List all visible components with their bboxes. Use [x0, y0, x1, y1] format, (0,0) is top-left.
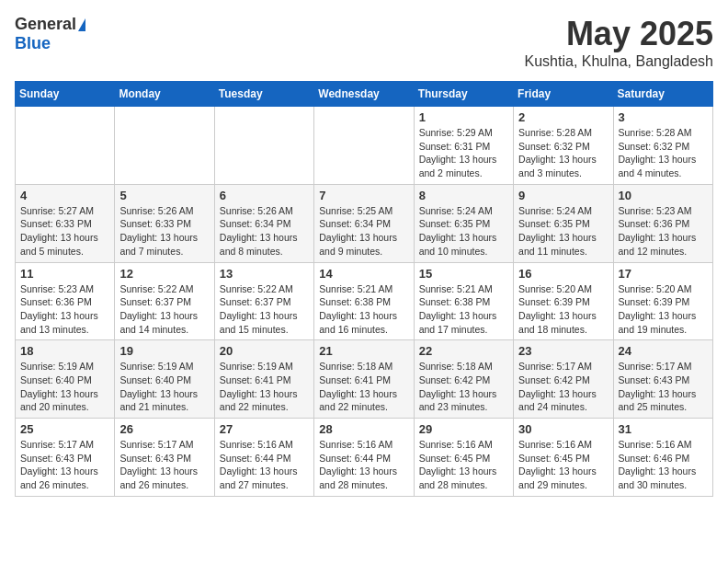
day-number: 24 [619, 344, 708, 358]
calendar-cell: 4Sunrise: 5:27 AMSunset: 6:33 PMDaylight… [16, 184, 115, 262]
day-number: 4 [20, 189, 109, 202]
calendar-cell: 3Sunrise: 5:28 AMSunset: 6:32 PMDaylight… [613, 107, 712, 185]
header-thursday: Thursday [414, 82, 513, 107]
calendar-cell: 12Sunrise: 5:22 AMSunset: 6:37 PMDayligh… [115, 262, 214, 340]
calendar-cell: 2Sunrise: 5:28 AMSunset: 6:32 PMDaylight… [514, 107, 613, 185]
day-info: Sunrise: 5:23 AMSunset: 6:36 PMDaylight:… [619, 204, 708, 259]
day-info: Sunrise: 5:17 AMSunset: 6:43 PMDaylight:… [119, 438, 209, 492]
day-number: 10 [619, 189, 708, 202]
day-number: 3 [619, 110, 708, 124]
day-info: Sunrise: 5:28 AMSunset: 6:32 PMDaylight:… [518, 126, 608, 180]
header-friday: Friday [514, 82, 613, 107]
calendar-cell [314, 107, 414, 185]
day-info: Sunrise: 5:16 AMSunset: 6:45 PMDaylight:… [518, 438, 608, 492]
calendar-cell: 20Sunrise: 5:19 AMSunset: 6:41 PMDayligh… [214, 340, 313, 419]
day-number: 16 [518, 267, 608, 281]
day-info: Sunrise: 5:27 AMSunset: 6:33 PMDaylight:… [20, 204, 109, 259]
day-info: Sunrise: 5:16 AMSunset: 6:44 PMDaylight:… [220, 438, 309, 492]
calendar-cell: 8Sunrise: 5:24 AMSunset: 6:35 PMDaylight… [414, 184, 513, 262]
calendar-cell: 21Sunrise: 5:18 AMSunset: 6:41 PMDayligh… [314, 340, 414, 419]
calendar-cell: 11Sunrise: 5:23 AMSunset: 6:36 PMDayligh… [16, 262, 115, 340]
calendar-cell: 15Sunrise: 5:21 AMSunset: 6:38 PMDayligh… [414, 262, 513, 340]
calendar-cell: 30Sunrise: 5:16 AMSunset: 6:45 PMDayligh… [514, 419, 613, 497]
calendar-cell: 28Sunrise: 5:16 AMSunset: 6:44 PMDayligh… [314, 419, 414, 497]
calendar-cell: 6Sunrise: 5:26 AMSunset: 6:34 PMDaylight… [214, 184, 313, 262]
day-number: 22 [419, 344, 508, 358]
day-info: Sunrise: 5:22 AMSunset: 6:37 PMDaylight:… [220, 282, 309, 337]
day-number: 9 [518, 189, 608, 202]
logo-general-text: General [15, 15, 76, 34]
logo: General Blue [15, 15, 85, 53]
day-number: 19 [119, 344, 209, 358]
day-info: Sunrise: 5:18 AMSunset: 6:42 PMDaylight:… [419, 360, 508, 414]
calendar-cell: 5Sunrise: 5:26 AMSunset: 6:33 PMDaylight… [115, 184, 214, 262]
location-subtitle: Kushtia, Khulna, Bangladesh [525, 53, 713, 70]
day-info: Sunrise: 5:17 AMSunset: 6:42 PMDaylight:… [518, 360, 608, 414]
calendar-table: SundayMondayTuesdayWednesdayThursdayFrid… [15, 81, 713, 497]
calendar-cell: 10Sunrise: 5:23 AMSunset: 6:36 PMDayligh… [613, 184, 712, 262]
calendar-cell: 22Sunrise: 5:18 AMSunset: 6:42 PMDayligh… [414, 340, 513, 419]
header-saturday: Saturday [613, 82, 712, 107]
title-section: May 2025 Kushtia, Khulna, Bangladesh [525, 15, 713, 70]
week-row-5: 25Sunrise: 5:17 AMSunset: 6:43 PMDayligh… [16, 419, 713, 497]
day-info: Sunrise: 5:26 AMSunset: 6:33 PMDaylight:… [119, 204, 209, 259]
day-number: 14 [319, 267, 408, 281]
day-info: Sunrise: 5:21 AMSunset: 6:38 PMDaylight:… [419, 282, 508, 337]
calendar-cell: 23Sunrise: 5:17 AMSunset: 6:42 PMDayligh… [514, 340, 613, 419]
day-number: 7 [319, 189, 408, 202]
day-info: Sunrise: 5:25 AMSunset: 6:34 PMDaylight:… [319, 204, 408, 259]
day-number: 2 [518, 110, 608, 124]
calendar-cell: 26Sunrise: 5:17 AMSunset: 6:43 PMDayligh… [115, 419, 214, 497]
calendar-cell: 31Sunrise: 5:16 AMSunset: 6:46 PMDayligh… [613, 419, 712, 497]
day-number: 12 [119, 267, 209, 281]
day-number: 26 [119, 422, 209, 436]
calendar-cell: 1Sunrise: 5:29 AMSunset: 6:31 PMDaylight… [414, 107, 513, 185]
day-number: 30 [518, 422, 608, 436]
day-number: 27 [220, 422, 309, 436]
calendar-cell: 27Sunrise: 5:16 AMSunset: 6:44 PMDayligh… [214, 419, 313, 497]
day-info: Sunrise: 5:26 AMSunset: 6:34 PMDaylight:… [220, 204, 309, 259]
day-number: 18 [20, 344, 109, 358]
day-info: Sunrise: 5:24 AMSunset: 6:35 PMDaylight:… [518, 204, 608, 259]
calendar-cell: 25Sunrise: 5:17 AMSunset: 6:43 PMDayligh… [16, 419, 115, 497]
day-number: 28 [319, 422, 408, 436]
day-info: Sunrise: 5:20 AMSunset: 6:39 PMDaylight:… [619, 282, 708, 337]
day-info: Sunrise: 5:22 AMSunset: 6:37 PMDaylight:… [119, 282, 209, 337]
day-number: 5 [119, 189, 209, 202]
day-number: 21 [319, 344, 408, 358]
page-header: General Blue May 2025 Kushtia, Khulna, B… [15, 15, 713, 70]
day-number: 29 [419, 422, 508, 436]
month-year-title: May 2025 [525, 15, 713, 53]
week-row-3: 11Sunrise: 5:23 AMSunset: 6:36 PMDayligh… [16, 262, 713, 340]
header-monday: Monday [115, 82, 214, 107]
day-number: 17 [619, 267, 708, 281]
day-number: 6 [220, 189, 309, 202]
calendar-cell: 18Sunrise: 5:19 AMSunset: 6:40 PMDayligh… [16, 340, 115, 419]
day-info: Sunrise: 5:28 AMSunset: 6:32 PMDaylight:… [619, 126, 708, 180]
header-wednesday: Wednesday [314, 82, 414, 107]
day-info: Sunrise: 5:16 AMSunset: 6:45 PMDaylight:… [419, 438, 508, 492]
calendar-cell [214, 107, 313, 185]
week-row-2: 4Sunrise: 5:27 AMSunset: 6:33 PMDaylight… [16, 184, 713, 262]
day-info: Sunrise: 5:24 AMSunset: 6:35 PMDaylight:… [419, 204, 508, 259]
day-number: 20 [220, 344, 309, 358]
calendar-header-row: SundayMondayTuesdayWednesdayThursdayFrid… [16, 82, 713, 107]
calendar-cell: 24Sunrise: 5:17 AMSunset: 6:43 PMDayligh… [613, 340, 712, 419]
day-info: Sunrise: 5:21 AMSunset: 6:38 PMDaylight:… [319, 282, 408, 337]
calendar-cell [16, 107, 115, 185]
calendar-cell: 19Sunrise: 5:19 AMSunset: 6:40 PMDayligh… [115, 340, 214, 419]
day-info: Sunrise: 5:17 AMSunset: 6:43 PMDaylight:… [619, 360, 708, 414]
day-info: Sunrise: 5:18 AMSunset: 6:41 PMDaylight:… [319, 360, 408, 414]
day-info: Sunrise: 5:20 AMSunset: 6:39 PMDaylight:… [518, 282, 608, 337]
day-info: Sunrise: 5:19 AMSunset: 6:40 PMDaylight:… [20, 360, 109, 414]
calendar-cell: 13Sunrise: 5:22 AMSunset: 6:37 PMDayligh… [214, 262, 313, 340]
header-tuesday: Tuesday [214, 82, 313, 107]
week-row-1: 1Sunrise: 5:29 AMSunset: 6:31 PMDaylight… [16, 107, 713, 185]
calendar-cell [115, 107, 214, 185]
day-number: 1 [419, 110, 508, 124]
day-info: Sunrise: 5:19 AMSunset: 6:41 PMDaylight:… [220, 360, 309, 414]
day-number: 23 [518, 344, 608, 358]
day-info: Sunrise: 5:19 AMSunset: 6:40 PMDaylight:… [119, 360, 209, 414]
calendar-cell: 9Sunrise: 5:24 AMSunset: 6:35 PMDaylight… [514, 184, 613, 262]
day-info: Sunrise: 5:16 AMSunset: 6:44 PMDaylight:… [319, 438, 408, 492]
